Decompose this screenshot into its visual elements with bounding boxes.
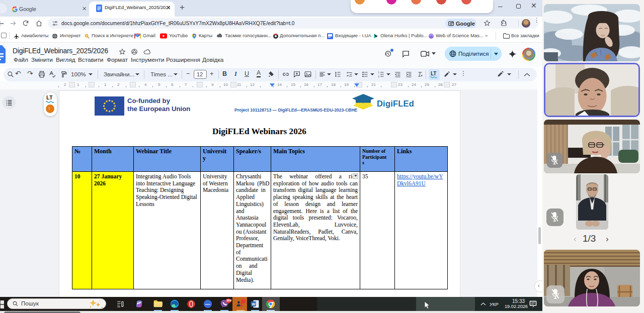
svg-text:2: 2: [378, 75, 380, 78]
svg-text:1: 1: [378, 71, 380, 74]
svg-text:zoom: zoom: [205, 303, 210, 305]
svg-text:W: W: [252, 302, 255, 306]
